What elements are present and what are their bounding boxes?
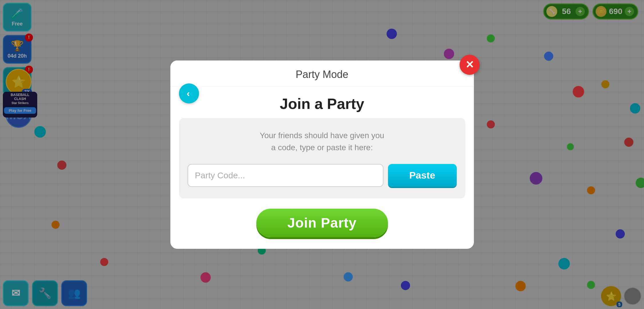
close-icon: ✕ bbox=[465, 59, 474, 71]
modal-heading: Join a Party bbox=[170, 87, 474, 118]
code-row: Paste bbox=[188, 164, 457, 187]
back-button[interactable]: ‹ bbox=[179, 83, 199, 103]
modal-overlay: Party Mode ‹ ✕ Join a Party Your friends… bbox=[0, 0, 644, 309]
modal-dialog: Party Mode ‹ ✕ Join a Party Your friends… bbox=[170, 60, 474, 249]
join-party-button[interactable]: Join Party bbox=[256, 209, 388, 237]
modal-title: Party Mode bbox=[182, 69, 462, 86]
close-button[interactable]: ✕ bbox=[460, 55, 480, 75]
chevron-left-icon: ‹ bbox=[187, 88, 190, 99]
modal-title-bar: Party Mode bbox=[170, 60, 474, 87]
instructions-text: Your friends should have given youa code… bbox=[188, 130, 457, 154]
code-entry-area: Your friends should have given youa code… bbox=[179, 118, 465, 198]
paste-button[interactable]: Paste bbox=[388, 164, 457, 187]
party-code-input[interactable] bbox=[188, 164, 383, 187]
